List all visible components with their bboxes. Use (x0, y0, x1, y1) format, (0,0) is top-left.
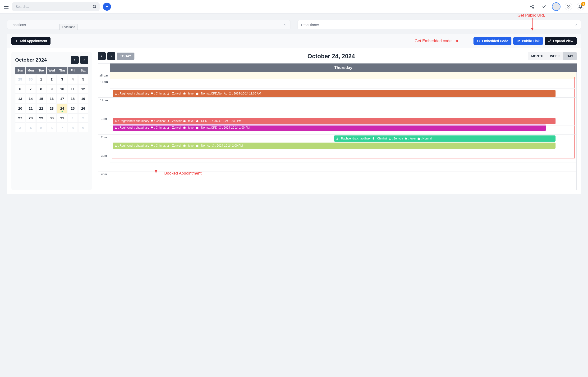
svg-point-16 (518, 40, 519, 41)
cal-cell[interactable]: 4 (25, 123, 36, 132)
cal-cell[interactable]: 4 (68, 75, 77, 84)
cal-cell[interactable]: 6 (47, 123, 57, 132)
cal-cell[interactable]: 23 (47, 104, 57, 113)
plus-icon (15, 39, 18, 43)
annotation-public-url: Get Public URL (518, 13, 545, 18)
time-row: 11am (98, 79, 576, 98)
today-button[interactable]: TODAY (117, 53, 134, 60)
practitioner-dropdown[interactable]: Practitioner (298, 20, 581, 29)
svg-line-7 (531, 6, 533, 6)
allday-body[interactable] (110, 72, 576, 79)
schedule-prev[interactable] (98, 52, 106, 60)
share-icon[interactable] (528, 3, 536, 11)
cal-cell[interactable]: 19 (78, 94, 88, 103)
time-slot[interactable] (110, 171, 576, 190)
view-week[interactable]: WEEK (547, 52, 563, 60)
embedded-code-button[interactable]: Embedded Code (474, 37, 512, 45)
cal-cell[interactable]: 28 (25, 113, 36, 123)
cal-cell[interactable]: 7 (25, 84, 36, 94)
time-slot[interactable] (110, 98, 576, 116)
topbar-right: 9 (528, 2, 584, 11)
mini-cal-next[interactable] (80, 56, 88, 64)
cal-cell[interactable]: 12 (78, 84, 88, 94)
view-switch: MONTH WEEK DAY (528, 52, 577, 60)
time-label: 4pm (98, 171, 110, 190)
cal-cell[interactable]: 2 (78, 113, 88, 123)
expand-view-button[interactable]: Expand View (545, 37, 577, 45)
mini-calendar: October 2024 SunMonTueWedThuFriSat293012… (11, 52, 92, 190)
mini-cal-grid: SunMonTueWedThuFriSat2930123456789101112… (15, 67, 88, 132)
svg-line-8 (531, 7, 533, 8)
cal-cell[interactable]: 3 (57, 75, 67, 84)
svg-point-0 (93, 5, 96, 8)
cal-cell[interactable]: 30 (25, 75, 36, 84)
schedule-controls: TODAY October 24, 2024 MONTH WEEK DAY (98, 52, 577, 60)
cal-cell[interactable]: 3 (15, 123, 25, 132)
main-content: October 2024 SunMonTueWedThuFriSat293012… (7, 48, 581, 194)
cal-cell[interactable]: 9 (78, 123, 88, 132)
add-appointment-label: Add Appointment (19, 39, 47, 43)
cal-cell[interactable]: 2 (47, 75, 57, 84)
cal-cell[interactable]: 11 (68, 84, 77, 94)
day-header-label: Thursday (110, 63, 577, 72)
bell-icon[interactable]: 9 (577, 3, 584, 11)
cal-cell[interactable]: 8 (68, 123, 77, 132)
mini-cal-prev[interactable] (71, 56, 79, 64)
cal-cell[interactable]: 26 (78, 104, 88, 113)
cal-cell[interactable]: 14 (25, 94, 36, 103)
cal-cell[interactable]: 10 (57, 84, 67, 94)
check-icon[interactable] (540, 3, 548, 11)
avatar[interactable] (552, 2, 561, 11)
cal-cell[interactable]: 29 (36, 113, 46, 123)
allday-row: all-day (98, 72, 577, 79)
cal-cell[interactable]: 17 (57, 94, 67, 103)
cal-cell[interactable]: 21 (25, 104, 36, 113)
menu-icon[interactable] (4, 5, 9, 9)
view-month[interactable]: MONTH (528, 52, 547, 60)
cal-cell[interactable]: 27 (15, 113, 25, 123)
cal-cell[interactable]: 24 (57, 104, 67, 113)
cal-cell[interactable]: 5 (78, 75, 88, 84)
schedule: TODAY October 24, 2024 MONTH WEEK DAY Th… (98, 52, 577, 190)
cal-cell[interactable]: 29 (15, 75, 25, 84)
svg-point-4 (533, 5, 534, 6)
time-row: 4pm (98, 171, 576, 190)
cal-cell[interactable]: 1 (68, 113, 77, 123)
mini-cal-title: October 2024 (15, 57, 47, 63)
cal-cell[interactable]: 16 (47, 94, 57, 103)
cal-cell[interactable]: 22 (36, 104, 46, 113)
cal-cell[interactable]: 18 (68, 94, 77, 103)
locations-tooltip: Locations (59, 24, 78, 30)
add-appointment-button[interactable]: Add Appointment (11, 37, 50, 45)
time-slot[interactable] (110, 116, 576, 134)
practitioner-placeholder: Practitioner (301, 23, 319, 27)
public-link-button[interactable]: Public Link (513, 37, 543, 45)
day-header: Thursday (98, 63, 577, 72)
clock-icon[interactable] (565, 3, 572, 11)
cal-cell[interactable]: 15 (36, 94, 46, 103)
mini-cal-nav (71, 56, 88, 64)
time-slot[interactable] (110, 79, 576, 98)
day-header-spacer (98, 63, 110, 72)
cal-cell[interactable]: 8 (36, 84, 46, 94)
schedule-date: October 24, 2024 (134, 53, 528, 60)
cal-cell[interactable]: 1 (36, 75, 46, 84)
annotation-embedded: Get Embedded code (415, 39, 452, 43)
cal-cell[interactable]: 13 (15, 94, 25, 103)
time-slot[interactable] (110, 153, 576, 171)
search-input[interactable] (12, 2, 100, 11)
cal-cell[interactable]: 31 (57, 113, 67, 123)
cal-cell[interactable]: 25 (68, 104, 77, 113)
cal-cell[interactable]: 6 (15, 84, 25, 94)
cal-cell[interactable]: 7 (57, 123, 67, 132)
cal-cell[interactable]: 5 (36, 123, 46, 132)
cal-cell[interactable]: 30 (47, 113, 57, 123)
add-button[interactable] (103, 3, 111, 11)
time-slot[interactable] (110, 134, 576, 153)
toolbar-right: Get Embedded code Embedded Code Public L… (415, 37, 577, 45)
cal-cell[interactable]: 9 (47, 84, 57, 94)
cal-cell[interactable]: 20 (15, 104, 25, 113)
locations-dropdown[interactable]: Locations (7, 20, 290, 29)
schedule-next[interactable] (107, 52, 115, 60)
view-day[interactable]: DAY (563, 52, 577, 60)
